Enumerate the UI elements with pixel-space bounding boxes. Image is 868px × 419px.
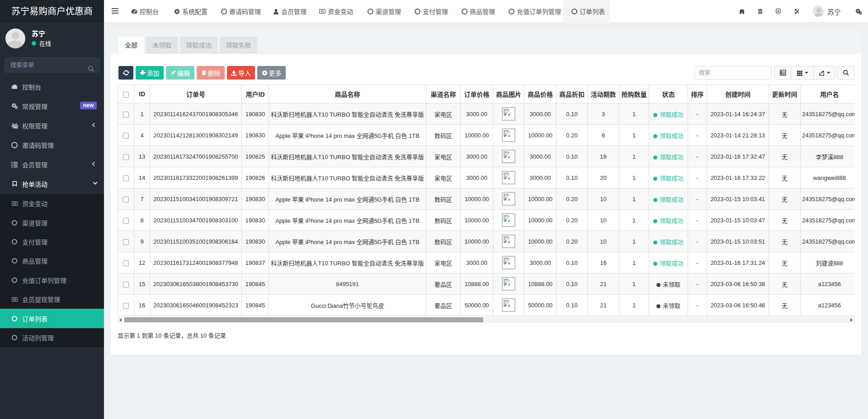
svg-text:A: A xyxy=(777,9,779,13)
